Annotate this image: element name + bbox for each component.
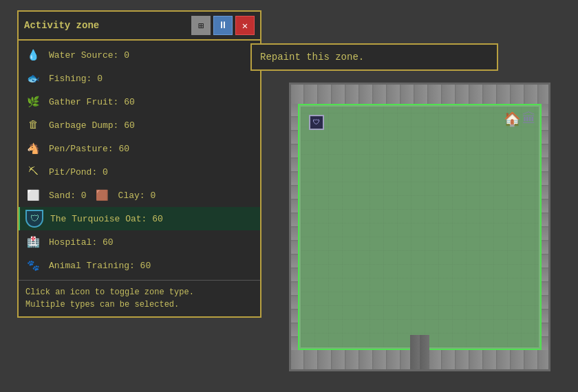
turquoise-oat-label: The Turquoise Oat: 60 [50, 214, 255, 224]
game-map: 🛡 🏠 🏛 [289, 83, 550, 371]
panel-footer: Click an icon to toggle zone type. Multi… [19, 280, 260, 316]
fishing-label: Fishing: 0 [49, 74, 255, 84]
panel-title-bar: Activity zone ⊞ ⏸ ✕ [19, 12, 260, 41]
zone-row-gather-fruit[interactable]: 🌿 Gather Fruit: 60 [19, 90, 260, 113]
hospital-icon: 🏥 [24, 233, 42, 251]
pit-pond-label: Pit/Pond: 0 [49, 167, 255, 177]
zone-row-turquoise-oat[interactable]: 🛡 The Turquoise Oat: 60 [19, 207, 260, 230]
repaint-button[interactable]: Repaint this zone. [250, 43, 498, 71]
zone-row-hospital[interactable]: 🏥 Hospital: 60 [19, 230, 260, 254]
close-icon: ✕ [242, 20, 248, 32]
panel-title: Activity zone [24, 20, 99, 31]
grid-icon: ⊞ [198, 20, 204, 32]
zone-row-pen-pasture[interactable]: 🐴 Pen/Pasture: 60 [19, 137, 260, 160]
controls-row: ⊞ ⏸ ✕ [191, 16, 255, 35]
pen-pasture-label: Pen/Pasture: 60 [49, 144, 255, 154]
garbage-dump-icon: 🗑 [24, 116, 42, 134]
gather-fruit-label: Gather Fruit: 60 [49, 97, 255, 107]
zone-row-garbage-dump[interactable]: 🗑 Garbage Dump: 60 [19, 113, 260, 137]
zone-row-animal-training[interactable]: 🐾 Animal Training: 60 [19, 254, 260, 277]
building-icon-2: 🏛 [522, 111, 536, 128]
animal-training-label: Animal Training: 60 [49, 261, 255, 271]
map-path [410, 335, 429, 369]
clay-part[interactable]: 🟫 Clay: 0 [94, 186, 156, 204]
stone-border-right [542, 104, 548, 350]
animal-training-icon: 🐾 [24, 257, 42, 274]
zone-row-sand-clay: ⬜ Sand: 0 🟫 Clay: 0 [19, 184, 260, 207]
clay-label: Clay: 0 [118, 190, 156, 201]
pause-button[interactable]: ⏸ [213, 16, 233, 35]
sand-part[interactable]: ⬜ Sand: 0 [24, 186, 87, 204]
map-shield-icon: 🛡 [309, 115, 324, 130]
zone-row-fishing[interactable]: 🐟 Fishing: 0 [19, 67, 260, 90]
zone-row-pit-pond[interactable]: ⛏ Pit/Pond: 0 [19, 160, 260, 184]
map-outer: 🛡 🏠 🏛 [289, 83, 550, 371]
hospital-label: Hospital: 60 [49, 237, 255, 248]
gather-fruit-icon: 🌿 [24, 93, 42, 111]
stone-border-top [291, 85, 548, 104]
pit-pond-icon: ⛏ [24, 163, 42, 181]
fishing-icon: 🐟 [24, 69, 42, 87]
activity-zone-panel: Activity zone ⊞ ⏸ ✕ 💧 Water Source: 0 🐟 … [17, 10, 261, 318]
pen-pasture-icon: 🐴 [24, 140, 42, 157]
footer-line2: Multiple types can be selected. [25, 298, 253, 311]
grid-button[interactable]: ⊞ [191, 16, 211, 35]
map-inner-terrain [298, 104, 542, 350]
garbage-dump-label: Garbage Dump: 60 [49, 120, 255, 131]
turquoise-oat-icon: 🛡 [25, 210, 43, 228]
map-buildings: 🏠 🏛 [504, 111, 536, 128]
building-icon-1: 🏠 [504, 111, 521, 128]
zone-list: 💧 Water Source: 0 🐟 Fishing: 0 🌿 Gather … [19, 41, 260, 280]
sand-icon: ⬜ [24, 186, 42, 204]
footer-line1: Click an icon to toggle zone type. [25, 286, 253, 298]
water-source-icon: 💧 [24, 46, 42, 64]
sand-label: Sand: 0 [49, 190, 87, 201]
zone-row-water-source[interactable]: 💧 Water Source: 0 [19, 43, 260, 67]
pause-icon: ⏸ [218, 20, 228, 31]
close-button[interactable]: ✕ [235, 16, 255, 35]
clay-icon: 🟫 [94, 186, 111, 204]
repaint-label: Repaint this zone. [260, 52, 364, 63]
water-source-label: Water Source: 0 [49, 50, 255, 61]
stone-border-left [291, 104, 298, 350]
